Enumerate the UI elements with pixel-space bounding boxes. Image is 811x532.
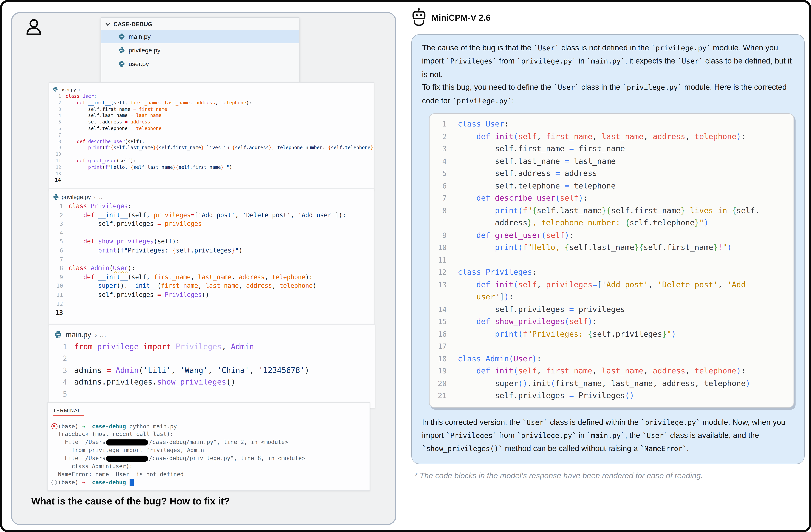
text-run: `User`	[522, 418, 548, 426]
breadcrumb: privilege.py › …	[53, 192, 373, 202]
code-token	[490, 280, 495, 289]
code-token: lives in	[204, 145, 232, 150]
file-item-main.py[interactable]: main.py	[101, 30, 299, 43]
code-token: def	[83, 273, 94, 281]
code-token: "Privileges:	[124, 247, 172, 254]
file-name: main.py	[128, 33, 151, 40]
line-number: 4	[54, 377, 67, 388]
code-token: self.last_name	[133, 164, 173, 170]
code-line: 13	[53, 171, 373, 177]
code-token: )	[565, 231, 569, 240]
error-circle-icon: ✕	[50, 423, 58, 429]
code-token	[94, 238, 98, 245]
code-token: ,	[265, 273, 272, 281]
response-intro: The cause of the bug is that the `User` …	[422, 41, 794, 107]
model-response-bubble: The cause of the bug is that the `User` …	[411, 34, 805, 464]
code-token: greet_user	[88, 158, 116, 163]
code-token: self.first_name	[159, 145, 201, 150]
code-token: describe_user	[495, 193, 555, 203]
code-token: =	[569, 144, 574, 153]
code-token: =	[569, 391, 574, 400]
file-list: main.pyprivilege.pyuser.py	[101, 30, 299, 71]
code-token: f	[120, 247, 124, 254]
code-token: ()	[226, 378, 235, 387]
code-token	[458, 132, 476, 141]
editor-user-py[interactable]: user.py › …1class User:2 def __init__(se…	[49, 82, 374, 190]
code-token: class	[458, 268, 481, 277]
code-token: 'Delete post'	[243, 212, 291, 219]
code-token: (	[509, 354, 514, 363]
file-item-user.py[interactable]: user.py	[101, 57, 299, 71]
code-token: privileges	[154, 212, 190, 219]
breadcrumb-file: main.py	[65, 331, 91, 339]
code-token: :	[569, 231, 574, 240]
code-token: self.first_name	[458, 144, 569, 153]
terminal-text: (base) → case-debug python main.py	[58, 423, 177, 431]
terminal-text: File "/Users/case-debug/main.py", line 2…	[58, 439, 288, 447]
terminal-panel[interactable]: TERMINAL ✕(base) → case-debug python mai…	[47, 402, 370, 491]
code-token: class Admin(User):	[58, 463, 133, 470]
code-token: {	[111, 145, 113, 150]
code-token: =	[555, 169, 560, 178]
editor-privilege-py[interactable]: privilege.py › …1class Privileges:2 def …	[49, 188, 374, 326]
code-line: 11	[430, 254, 789, 266]
code-line: 2 def __init__(self, first_name, last_na…	[53, 99, 373, 106]
code-text	[63, 300, 72, 309]
code-line: 4admins.privileges.show_privileges()	[54, 377, 374, 388]
code-token: {	[732, 206, 736, 215]
code-text: from privilege import Privileges, Admin	[67, 341, 254, 353]
file-item-privilege.py[interactable]: privilege.py	[101, 43, 299, 57]
explorer-folder-row[interactable]: CASE-DEBUG	[101, 18, 299, 30]
code-text: class Admin(User):	[63, 264, 135, 273]
code-token: /case-debug/privilege.py", line 8, in <m…	[149, 455, 305, 461]
code-token: __init__	[98, 273, 128, 281]
code-token: 'Add post'	[602, 280, 648, 289]
code-token: address	[131, 119, 150, 125]
text-run: `User`	[642, 432, 668, 439]
code-token: {	[565, 243, 569, 252]
code-text: class Privileges:	[447, 266, 537, 279]
code-token: }	[269, 145, 272, 150]
code-token: /case-debug/main.py", line 2, in <module…	[149, 439, 288, 445]
terminal-text: NameError: name 'User' is not defined	[58, 471, 184, 479]
breadcrumb-more: › …	[78, 87, 86, 92]
text-run: class is defined within the	[548, 418, 641, 426]
code-text: super().init(first_name, last_name, addr…	[447, 377, 750, 390]
code-token: =	[157, 291, 161, 298]
code-text	[61, 177, 68, 184]
code-text: super().__init__(first_name, last_name, …	[63, 282, 317, 291]
text-run: , it expects the	[625, 57, 677, 65]
python-icon	[53, 87, 58, 92]
code-token	[94, 212, 98, 219]
line-number: 8	[53, 138, 61, 145]
code-text: print(f"Hello, {self.last_name}{self.fir…	[61, 164, 232, 171]
code-token: ,	[249, 366, 259, 375]
code-text: class Admin(User):	[447, 353, 541, 365]
code-line: 11 def greet_user(self):	[53, 158, 373, 164]
code-token: 'Add post'	[198, 212, 235, 219]
editor-main-py[interactable]: main.py › …1from privilege import Privil…	[49, 324, 375, 408]
code-token: =	[106, 366, 111, 375]
code-token: }	[201, 145, 204, 150]
code-token: class	[458, 354, 481, 363]
terminal-tab-label[interactable]: TERMINAL	[53, 408, 369, 413]
code-token: Privileges	[486, 268, 532, 277]
code-text	[61, 171, 68, 177]
code-line: 10 print(f"Hello, {self.last_name}{self.…	[430, 241, 789, 254]
code-token	[139, 342, 143, 351]
code-token	[161, 220, 165, 228]
code-token: .init	[527, 379, 551, 388]
code-text: def greet_user(self):	[447, 229, 574, 241]
line-number: 14	[53, 177, 61, 184]
code-token: (self):	[125, 138, 145, 144]
code-token	[490, 231, 495, 240]
line-number: 17	[430, 340, 447, 353]
code-text: print(f"Hello, {self.last_name}{self.fir…	[447, 241, 732, 254]
code-token: "	[722, 243, 727, 252]
text-run: from	[497, 431, 517, 439]
code-token: )	[305, 366, 309, 375]
code-token: (self):	[154, 238, 180, 245]
code-text: def __init__(self, privileges=['Add post…	[63, 211, 346, 220]
code-line: 5 def show_privileges(self):	[53, 237, 373, 247]
code-token: telephone	[279, 282, 313, 290]
